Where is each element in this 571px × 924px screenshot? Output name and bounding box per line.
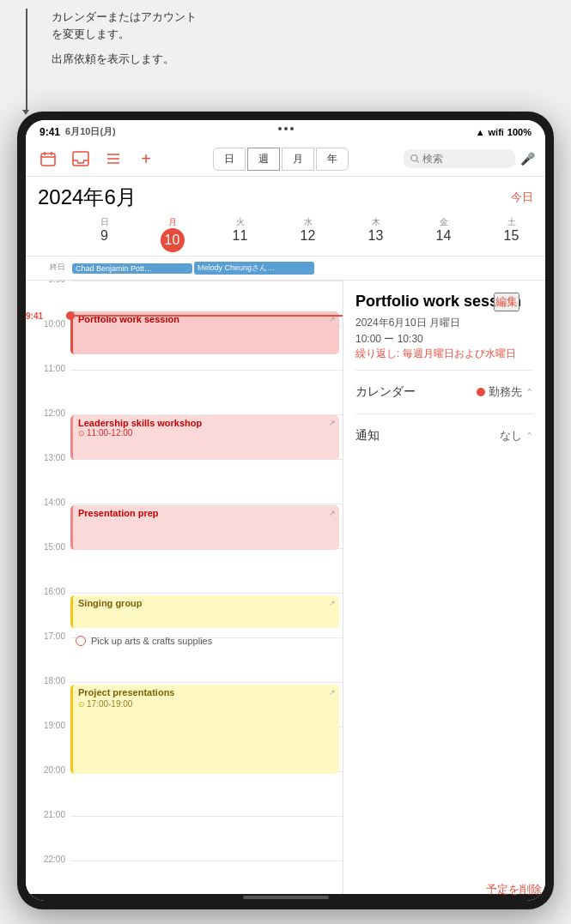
day-col-9[interactable]: 日 9 xyxy=(70,216,138,252)
view-day-button[interactable]: 日 xyxy=(213,148,246,171)
day-col-13[interactable]: 木 13 xyxy=(342,216,410,252)
event-time: 17:00-19:00 xyxy=(87,699,132,709)
day-col-11[interactable]: 火 11 xyxy=(206,216,274,252)
view-year-button[interactable]: 年 xyxy=(316,148,349,171)
hour-label: 15:00 xyxy=(26,542,70,593)
hour-row-20: 20:00 xyxy=(26,771,343,816)
detail-divider-2 xyxy=(355,414,533,414)
hour-line xyxy=(70,370,343,414)
hour-line xyxy=(70,861,343,894)
hour-row-22: 22:00 xyxy=(26,861,343,894)
current-time-label: 9:41 xyxy=(26,311,46,321)
day-num-today: 10 xyxy=(161,228,185,252)
detail-row-calendar[interactable]: カレンダー 勤務先 ⌃ xyxy=(355,379,533,405)
event-title: Presentation prep xyxy=(78,508,334,518)
hour-line xyxy=(70,771,343,816)
hour-row-13: 13:00 xyxy=(26,459,343,504)
day-dow: 日 xyxy=(70,216,138,228)
current-time-dot xyxy=(66,311,75,320)
day-num: 11 xyxy=(206,228,274,244)
task-pickup[interactable]: Pick up arts & crafts supplies xyxy=(70,632,339,649)
day-num: 12 xyxy=(274,228,342,244)
detail-row-notification[interactable]: 通知 なし ⌃ xyxy=(355,423,533,449)
hour-line xyxy=(70,816,343,861)
allday-event-2[interactable]: Melody Cheungさん… xyxy=(194,262,314,275)
delete-event-button[interactable]: 予定を削除 xyxy=(486,882,542,894)
detail-repeat: 繰り返し: 毎週月曜日および水曜日 xyxy=(355,347,533,361)
day-col-15[interactable]: 土 15 xyxy=(477,216,545,252)
inbox-icon[interactable] xyxy=(69,147,93,171)
ipad-dots xyxy=(278,127,294,130)
search-input[interactable] xyxy=(422,153,508,165)
add-event-button[interactable]: + xyxy=(134,147,158,171)
month-title: 2024年6月 xyxy=(38,184,137,211)
status-date: 6月10日(月) xyxy=(65,125,116,138)
event-title: Project presentations xyxy=(78,687,334,698)
hour-line xyxy=(70,548,343,593)
status-time: 9:41 xyxy=(39,126,60,138)
event-leadership[interactable]: Leadership skills workshop ⊙ 11:00-12:00… xyxy=(70,415,339,460)
chevron-icon: ⌃ xyxy=(525,387,533,398)
wifi-icon: wifi xyxy=(489,127,504,137)
day-dow: 土 xyxy=(477,216,545,228)
event-project[interactable]: Project presentations ⊙ 17:00-19:00 ↗ xyxy=(70,685,339,774)
hour-label: 20:00 xyxy=(26,765,70,816)
view-week-button[interactable]: 週 xyxy=(247,148,280,171)
svg-point-8 xyxy=(411,155,417,161)
event-title: Leadership skills workshop xyxy=(78,418,334,428)
event-time: 11:00-12:00 xyxy=(87,428,132,438)
day-col-10[interactable]: 月 10 xyxy=(138,216,206,252)
day-dow: 金 xyxy=(410,216,477,228)
hour-label: 22:00 xyxy=(26,855,70,894)
event-presentation[interactable]: Presentation prep ↗ xyxy=(70,505,339,550)
hour-label: 11:00 xyxy=(26,364,70,414)
svg-line-9 xyxy=(416,160,418,162)
view-month-button[interactable]: 月 xyxy=(282,148,314,171)
hour-row-21: 21:00 xyxy=(26,816,343,861)
annotation-line1: カレンダーまたはアカウント xyxy=(52,10,197,23)
hour-line xyxy=(70,459,343,504)
mic-icon[interactable]: 🎤 xyxy=(520,152,535,166)
hour-label: 21:00 xyxy=(26,810,70,861)
allday-event-1[interactable]: Chad Benjamin Pott… xyxy=(72,263,192,274)
ipad-frame: 9:41 6月10日(月) ▲ wifi 100% + xyxy=(17,112,554,909)
current-time-line xyxy=(75,315,343,317)
detail-header: Portfolio work session 編集 xyxy=(355,293,533,311)
chevron-icon-2: ⌃ xyxy=(525,431,533,442)
month-header: 2024年6月 今日 xyxy=(26,177,545,216)
status-bar: 9:41 6月10日(月) ▲ wifi 100% xyxy=(26,120,545,142)
allday-label: 終日 xyxy=(26,257,70,280)
calendar-icon[interactable] xyxy=(36,147,60,171)
allday-events: Chad Benjamin Pott… Melody Cheungさん… xyxy=(70,257,545,280)
today-button[interactable]: 今日 xyxy=(511,190,533,205)
detail-panel: Portfolio work session 編集 2024年6月10日 月曜日… xyxy=(343,281,545,894)
hour-label: 16:00 xyxy=(26,587,70,637)
day-dow-today: 月 xyxy=(138,216,206,228)
day-num: 15 xyxy=(477,228,545,244)
day-num: 13 xyxy=(342,228,410,244)
day-dow: 火 xyxy=(206,216,274,228)
edit-event-button[interactable]: 編集 xyxy=(494,293,519,311)
hour-label: 14:00 xyxy=(26,498,70,548)
hour-label: 10:00 xyxy=(26,319,70,370)
allday-event-title: Melody Cheungさん… xyxy=(197,263,275,272)
hour-row-15: 15:00 xyxy=(26,548,343,593)
list-icon[interactable] xyxy=(101,147,125,171)
hour-row-11: 11:00 xyxy=(26,370,343,414)
search-box[interactable] xyxy=(404,149,515,168)
event-singing[interactable]: Singing group ↗ xyxy=(70,595,339,628)
time-grid: 9:00 10:00 11:00 12:00 xyxy=(26,281,343,894)
calendar-color-dot xyxy=(477,388,485,396)
day-dow: 木 xyxy=(342,216,410,228)
day-col-12[interactable]: 水 12 xyxy=(274,216,342,252)
hour-label: 19:00 xyxy=(26,721,70,771)
annotation-line2: を変更します。 xyxy=(52,27,130,40)
hour-label: 18:00 xyxy=(26,676,70,727)
annotation-line3: 出席依頼を表示します。 xyxy=(52,52,174,65)
day-col-14[interactable]: 金 14 xyxy=(410,216,477,252)
allday-row: 終日 Chad Benjamin Pott… Melody Cheungさん… xyxy=(26,257,545,281)
svg-rect-0 xyxy=(41,154,55,166)
calendar-value: 勤務先 xyxy=(489,384,522,400)
detail-time: 10:00 ー 10:30 xyxy=(355,332,533,347)
hour-label: 12:00 xyxy=(26,408,70,459)
